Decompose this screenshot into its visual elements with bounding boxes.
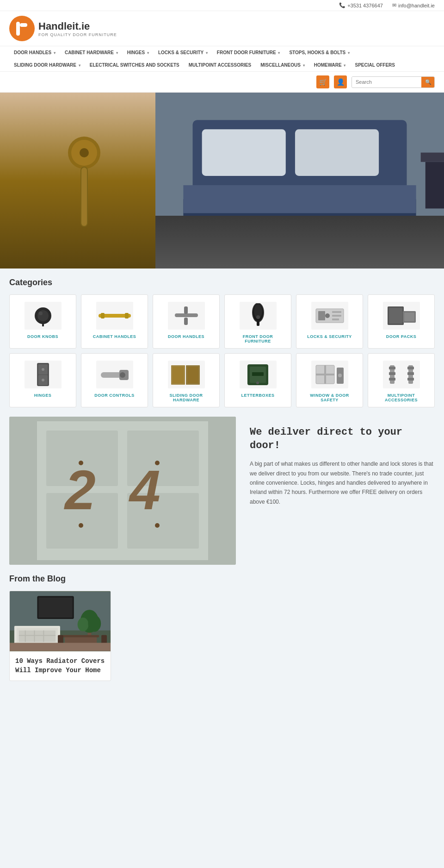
- svg-point-76: [79, 461, 83, 465]
- delivery-title: We deilver direct to your door!: [250, 426, 435, 452]
- category-locks-security[interactable]: LOCKS & SECURITY: [296, 294, 363, 349]
- letterboxes-label: LETTERBOXES: [241, 393, 274, 398]
- door-packs-label: DOOR PACKS: [386, 334, 416, 339]
- phone-number: +3531 4376647: [347, 3, 383, 8]
- nav-item-sliding-door[interactable]: SLIDING DOOR HARDWARE ▾: [9, 59, 85, 71]
- door-knobs-image: [25, 302, 62, 330]
- svg-point-79: [155, 523, 160, 528]
- nav-item-locks-security[interactable]: LOCKS & SECURITY ▾: [154, 46, 212, 59]
- blog-section: From the Blog: [9, 574, 435, 681]
- nav-item-stops-hooks[interactable]: STOPS, HOOKS & BOLTS ▾: [284, 46, 354, 59]
- svg-rect-11: [295, 129, 379, 176]
- delivery-section: 2 4 We deilver direct to your door! A bi…: [9, 417, 435, 565]
- svg-rect-57: [316, 374, 334, 375]
- logo-title: Handleit.ie: [38, 20, 117, 32]
- svg-point-16: [37, 310, 49, 321]
- nav-item-hinges[interactable]: HINGES ▾: [123, 46, 154, 59]
- categories-section: Categories DOOR KNOBS: [9, 278, 435, 407]
- category-multipoint[interactable]: MULTIPOINT ACCESSORIES: [368, 353, 435, 407]
- svg-rect-63: [389, 378, 395, 381]
- delivery-image: 2 4: [9, 417, 236, 565]
- logo-subtitle: FOR QUALITY DOOR FURNITURE: [38, 32, 117, 37]
- category-door-knobs[interactable]: DOOR KNOBS: [9, 294, 76, 349]
- category-window-safety[interactable]: WINDOW & DOOR SAFETY: [296, 353, 363, 407]
- nav-item-door-handles[interactable]: DOOR HANDLES ▾: [9, 46, 60, 59]
- delivery-description: A big part of what makes us different to…: [250, 459, 435, 506]
- svg-rect-34: [332, 318, 339, 320]
- category-sliding-door[interactable]: SLIDING DOOR HARDWARE: [153, 353, 220, 407]
- svg-point-46: [120, 372, 125, 378]
- search-button[interactable]: 🔍: [421, 77, 435, 87]
- hero-bedroom-section: [155, 93, 444, 269]
- email-icon: ✉: [392, 2, 396, 8]
- nav-row1: DOOR HANDLES ▾ CABINET HARDWARE ▾ HINGES…: [9, 46, 435, 59]
- category-front-door[interactable]: FRONT DOOR FURNITURE: [224, 294, 291, 349]
- door-handles-label: DOOR HANDLES: [168, 334, 204, 339]
- svg-rect-88: [34, 631, 35, 642]
- nav-item-front-door[interactable]: FRONT DOOR FURNITURE ▾: [212, 46, 285, 59]
- nav-item-miscellaneous[interactable]: MISCELLANEOUS ▾: [256, 59, 309, 71]
- category-cabinet-handles[interactable]: CABINET HANDLES: [81, 294, 148, 349]
- svg-rect-21: [125, 313, 129, 318]
- svg-rect-33: [332, 315, 341, 317]
- svg-point-59: [338, 374, 342, 377]
- svg-point-17: [39, 312, 43, 315]
- multipoint-label: MULTIPOINT ACCESSORIES: [373, 393, 430, 402]
- hinges-image: [25, 361, 62, 388]
- svg-rect-95: [62, 635, 99, 637]
- category-hinges[interactable]: HINGES: [9, 353, 76, 407]
- category-door-packs[interactable]: DOOR PACKS: [368, 294, 435, 349]
- category-door-controls[interactable]: DOOR CONTROLS: [81, 353, 148, 407]
- blog-post-card[interactable]: 10 Ways Radiator Covers Will Improve You…: [9, 591, 111, 681]
- door-controls-image: [96, 361, 133, 388]
- logo-text: Handleit.ie FOR QUALITY DOOR FURNITURE: [38, 20, 117, 37]
- category-door-handles[interactable]: DOOR HANDLES: [153, 294, 220, 349]
- svg-point-77: [155, 461, 160, 465]
- hero-handle-section: [0, 93, 169, 269]
- account-button[interactable]: 👤: [334, 75, 347, 88]
- email-address: info@handleit.ie: [398, 3, 435, 8]
- svg-rect-12: [183, 185, 416, 213]
- door-knobs-label: DOOR KNOBS: [27, 334, 58, 339]
- svg-point-4: [80, 148, 89, 157]
- locks-security-label: LOCKS & SECURITY: [307, 334, 352, 339]
- email-contact: ✉ info@handleit.ie: [392, 2, 435, 8]
- nav-item-electrical[interactable]: ELECTRICAL SWITCHES AND SOCKETS: [85, 59, 184, 71]
- search-box: 🔍: [352, 76, 435, 88]
- svg-rect-30: [318, 311, 325, 320]
- svg-rect-65: [407, 367, 414, 369]
- svg-rect-61: [389, 367, 395, 369]
- svg-rect-10: [202, 129, 286, 176]
- front-door-label: FRONT DOOR FURNITURE: [229, 334, 286, 343]
- svg-rect-20: [101, 313, 105, 318]
- svg-text:2: 2: [64, 459, 96, 521]
- svg-point-93: [78, 618, 89, 631]
- svg-rect-23: [184, 306, 188, 314]
- nav-item-special-offers[interactable]: SPECIAL OFFERS: [350, 59, 400, 71]
- blog-post-content: 10 Ways Radiator Covers Will Improve You…: [10, 651, 111, 681]
- logo-icon: [9, 16, 35, 41]
- phone-contact: 📞 +3531 4376647: [339, 2, 383, 8]
- svg-rect-44: [101, 372, 122, 378]
- window-safety-image: [311, 361, 348, 388]
- nav-item-cabinet-hardware[interactable]: CABINET HARDWARE ▾: [60, 46, 123, 59]
- hinges-label: HINGES: [34, 393, 52, 398]
- nav-primary: DOOR HANDLES ▾ CABINET HARDWARE ▾ HINGES…: [0, 46, 444, 72]
- cart-button[interactable]: 🛒: [316, 75, 329, 88]
- svg-rect-24: [184, 318, 188, 325]
- cabinet-handles-label: CABINET HANDLES: [93, 334, 136, 339]
- svg-rect-86: [19, 631, 56, 642]
- svg-point-94: [88, 615, 101, 632]
- delivery-text: We deilver direct to your door! A big pa…: [250, 417, 435, 565]
- nav-item-multipoint[interactable]: MULTIPOINT ACCESSORIES: [184, 59, 256, 71]
- nav-item-homeware[interactable]: HOMEWARE ▾: [309, 59, 351, 71]
- logo[interactable]: Handleit.ie FOR QUALITY DOOR FURNITURE: [9, 16, 117, 41]
- blog-post-title: 10 Ways Radiator Covers Will Improve You…: [15, 657, 105, 675]
- svg-point-78: [79, 523, 83, 528]
- svg-rect-14: [421, 153, 444, 162]
- categories-title: Categories: [9, 278, 435, 287]
- search-input[interactable]: [352, 77, 421, 87]
- top-bar: 📞 +3531 4376647 ✉ info@handleit.ie: [0, 0, 444, 11]
- svg-rect-28: [257, 319, 259, 326]
- category-letterboxes[interactable]: LETTERBOXES: [224, 353, 291, 407]
